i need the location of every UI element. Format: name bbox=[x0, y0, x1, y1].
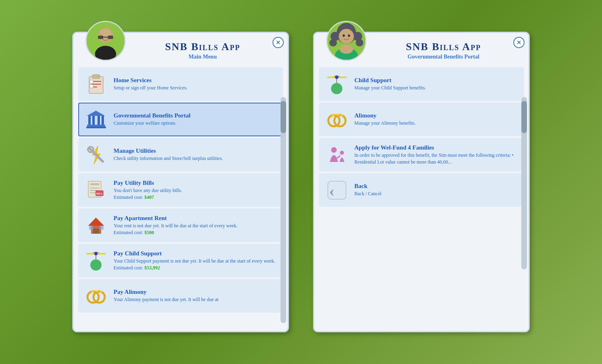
scroll-thumb-left[interactable] bbox=[281, 101, 286, 133]
pay-rent-text: Pay Apartment Rent Your rent is not due … bbox=[114, 215, 277, 236]
list-item-back[interactable]: ‹ Back Back / Cancel bbox=[319, 173, 524, 207]
svg-rect-5 bbox=[108, 36, 113, 39]
list-item-home-services[interactable]: Home Services Setup or sign off your Hom… bbox=[78, 67, 283, 101]
bank-icon bbox=[84, 107, 108, 131]
left-panel: ✕ SNB Bills App Main Menu Home Services bbox=[72, 32, 289, 332]
pay-utility-bills-title: Pay Utility Bills bbox=[114, 180, 277, 186]
list-item-pay-utility-bills[interactable]: BILL Pay Utility Bills You don't have an… bbox=[78, 173, 283, 207]
welfare-desc: In order to be approved for this benefit… bbox=[354, 152, 518, 166]
welfare-text: Apply for Wel-Fund 4 Families In order t… bbox=[354, 144, 518, 166]
svg-marker-14 bbox=[87, 111, 105, 116]
svg-point-47 bbox=[329, 39, 337, 47]
list-item-manage-utilities[interactable]: Manage Utilities Check utility informati… bbox=[78, 138, 283, 172]
close-button-right[interactable]: ✕ bbox=[513, 37, 525, 48]
alimony-icon-left bbox=[84, 284, 108, 308]
close-button-left[interactable]: ✕ bbox=[273, 37, 284, 48]
pay-child-support-desc: Your Child Support payment is not due ye… bbox=[114, 258, 277, 271]
svg-point-51 bbox=[343, 34, 345, 37]
child-support-right-title: Child Support bbox=[354, 77, 518, 84]
home-services-title: Home Services bbox=[114, 77, 277, 84]
svg-point-36 bbox=[90, 259, 102, 271]
svg-rect-17 bbox=[98, 116, 100, 125]
list-item-pay-child-support[interactable]: Pay Child Support Your Child Support pay… bbox=[78, 244, 283, 277]
svg-point-48 bbox=[356, 39, 364, 47]
list-item-pay-alimony[interactable]: Pay Alimony Your Alimony payment is not … bbox=[78, 279, 283, 313]
svg-point-62 bbox=[340, 151, 344, 155]
alimony-right-icon bbox=[325, 107, 349, 131]
svg-rect-35 bbox=[100, 226, 104, 230]
scroll-thumb-right[interactable] bbox=[521, 101, 527, 133]
home-services-text: Home Services Setup or sign off your Hom… bbox=[114, 77, 277, 91]
svg-point-39 bbox=[94, 252, 98, 255]
svg-rect-12 bbox=[90, 80, 93, 83]
benefits-list: Child Support Manage your Child Support … bbox=[319, 67, 524, 208]
svg-rect-19 bbox=[87, 125, 105, 127]
left-panel-title: SNB Bills App bbox=[134, 41, 272, 53]
svg-rect-34 bbox=[89, 226, 93, 230]
right-panel-title: SNB Bills App bbox=[374, 41, 513, 53]
clipboard-icon bbox=[84, 72, 108, 96]
svg-rect-33 bbox=[93, 229, 99, 234]
svg-marker-32 bbox=[88, 218, 104, 226]
gov-benefits-text: Governmental Benefits Portal Customize y… bbox=[114, 112, 277, 127]
list-item-child-support[interactable]: Child Support Manage your Child Support … bbox=[319, 67, 524, 101]
pay-alimony-title: Pay Alimony bbox=[114, 289, 277, 295]
welfare-icon bbox=[325, 143, 349, 167]
alimony-right-title: Alimony bbox=[354, 112, 518, 119]
home-services-desc: Setup or sign off your Home Services. bbox=[114, 85, 277, 91]
welfare-title: Apply for Wel-Fund 4 Families bbox=[354, 144, 518, 151]
pay-child-support-title: Pay Child Support bbox=[114, 250, 277, 257]
scrollbar-left[interactable] bbox=[281, 97, 286, 323]
scrollbar-right[interactable] bbox=[521, 97, 527, 269]
svg-point-61 bbox=[331, 147, 337, 153]
list-item-alimony-right[interactable]: Alimony Manage your Alimony benefits. bbox=[319, 103, 524, 136]
manage-utilities-text: Manage Utilities Check utility informati… bbox=[114, 148, 277, 162]
svg-rect-18 bbox=[102, 116, 104, 125]
list-item-gov-benefits[interactable]: Governmental Benefits Portal Customize y… bbox=[78, 103, 283, 136]
right-panel: ✕ SNB Bills App Governmental Benefits Po… bbox=[313, 32, 530, 332]
svg-point-53 bbox=[340, 44, 353, 54]
left-panel-subtitle: Main Menu bbox=[134, 54, 272, 60]
back-desc: Back / Cancel bbox=[354, 190, 518, 197]
bills-icon: BILL bbox=[84, 178, 108, 202]
svg-line-63 bbox=[337, 156, 340, 158]
utilities-icon bbox=[84, 143, 108, 167]
alimony-right-desc: Manage your Alimony benefits. bbox=[354, 120, 518, 127]
svg-rect-16 bbox=[92, 116, 95, 125]
svg-point-49 bbox=[339, 29, 354, 44]
svg-point-57 bbox=[335, 76, 338, 79]
gov-benefits-desc: Customize your welfare options. bbox=[114, 120, 277, 127]
manage-utilities-title: Manage Utilities bbox=[114, 148, 277, 154]
manage-utilities-desc: Check utility information and Store/Sell… bbox=[114, 155, 277, 162]
back-title: Back bbox=[354, 183, 518, 190]
list-item-pay-rent[interactable]: Pay Apartment Rent Your rent is not due … bbox=[78, 208, 283, 242]
house-icon bbox=[84, 213, 108, 237]
svg-rect-4 bbox=[98, 36, 103, 39]
child-support-right-text: Child Support Manage your Child Support … bbox=[354, 77, 518, 91]
svg-text:BILL: BILL bbox=[96, 192, 103, 195]
pay-rent-desc: Your rent is not due yet. It will be due… bbox=[114, 222, 277, 236]
svg-rect-25 bbox=[90, 183, 99, 185]
back-text: Back Back / Cancel bbox=[354, 183, 518, 197]
svg-rect-15 bbox=[88, 116, 91, 125]
child-support-icon bbox=[84, 249, 108, 273]
list-item-welfare[interactable]: Apply for Wel-Fund 4 Families In order t… bbox=[319, 138, 524, 172]
avatar-left bbox=[85, 21, 126, 61]
child-support-right-desc: Manage your Child Support benefits. bbox=[354, 85, 518, 91]
back-icon: ‹ bbox=[325, 178, 349, 202]
svg-rect-8 bbox=[92, 75, 100, 79]
right-panel-subtitle: Governmental Benefits Portal bbox=[374, 54, 513, 60]
gov-benefits-title: Governmental Benefits Portal bbox=[114, 112, 277, 119]
pay-child-support-text: Pay Child Support Your Child Support pay… bbox=[114, 250, 277, 271]
pay-rent-title: Pay Apartment Rent bbox=[114, 215, 277, 222]
pay-utility-bills-text: Pay Utility Bills You don't have any due… bbox=[114, 180, 277, 201]
svg-rect-13 bbox=[90, 85, 93, 88]
pay-alimony-desc: Your Alimony payment is not due yet. It … bbox=[114, 296, 277, 303]
svg-point-2 bbox=[100, 29, 111, 36]
pay-utility-bills-desc: You don't have any due utility bills. Es… bbox=[114, 187, 277, 201]
svg-point-54 bbox=[331, 83, 342, 94]
pay-alimony-text: Pay Alimony Your Alimony payment is not … bbox=[114, 289, 277, 303]
main-menu-list: Home Services Setup or sign off your Hom… bbox=[78, 67, 283, 314]
alimony-right-text: Alimony Manage your Alimony benefits. bbox=[354, 112, 518, 127]
svg-text:‹: ‹ bbox=[329, 182, 334, 200]
